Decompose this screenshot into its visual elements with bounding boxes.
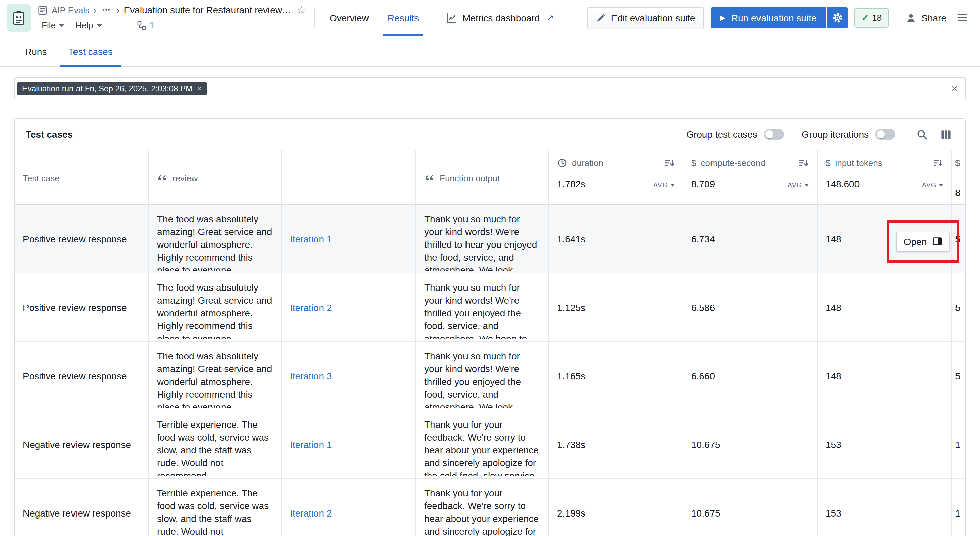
- remove-filter-icon[interactable]: ×: [197, 84, 202, 93]
- share-button[interactable]: Share: [905, 13, 947, 23]
- red-highlight-annotation: Open: [887, 220, 959, 263]
- tab-test-cases[interactable]: Test cases: [60, 36, 121, 67]
- input-tokens-cell: 148: [818, 342, 952, 410]
- iteration-cell: Iteration 2: [282, 479, 416, 536]
- branch-indicator[interactable]: 1: [137, 20, 154, 30]
- run-settings-button[interactable]: [827, 7, 848, 28]
- open-panel-icon: [932, 236, 942, 247]
- column-label: compute-second: [701, 158, 765, 168]
- open-row-button[interactable]: Open: [896, 231, 950, 252]
- branch-count: 1: [150, 20, 154, 30]
- column-label: input tokens: [835, 158, 882, 168]
- input-tokens-aggregate: 148.600: [826, 179, 859, 190]
- filter-bar[interactable]: Evaluation run at Fri, Sep 26, 2025, 2:0…: [14, 77, 966, 99]
- partial-cell: 1: [952, 410, 965, 478]
- iteration-link[interactable]: Iteration 2: [290, 302, 332, 313]
- iteration-cell: Iteration 1: [282, 205, 416, 273]
- quote-icon: [424, 173, 434, 183]
- duration-cell: 1.641s: [549, 205, 683, 273]
- function-output-cell: Thank you for your feedback. We're sorry…: [416, 410, 549, 478]
- divider: [434, 8, 434, 28]
- columns-button[interactable]: [937, 126, 955, 143]
- review-cell: Terrible experience. The food was cold, …: [149, 410, 282, 478]
- help-menu[interactable]: Help: [71, 19, 106, 32]
- input-tokens-cell: 148: [818, 273, 952, 341]
- branch-icon: [137, 21, 146, 30]
- iteration-link[interactable]: Iteration 1: [290, 233, 332, 244]
- dollar-icon: $: [826, 158, 830, 168]
- evaluation-run-filter-tag[interactable]: Evaluation run at Fri, Sep 26, 2025, 2:0…: [18, 81, 207, 95]
- iteration-cell: Iteration 3: [282, 342, 416, 410]
- table-row[interactable]: Negative review response Terrible experi…: [15, 479, 965, 536]
- breadcrumb-separator: ›: [117, 5, 120, 15]
- iteration-link[interactable]: Iteration 1: [290, 439, 332, 450]
- column-header-partial: $ 8: [952, 150, 965, 204]
- run-button-group: ▶ Run evaluation suite: [711, 7, 848, 28]
- duration-cell: 1.165s: [549, 342, 683, 410]
- column-label: Function output: [440, 173, 500, 183]
- edit-evaluation-suite-button[interactable]: Edit evaluation suite: [588, 7, 704, 28]
- favorite-star-icon[interactable]: ☆: [297, 4, 306, 16]
- review-cell: The food was absolutely amazing! Great s…: [149, 342, 282, 410]
- table-row[interactable]: Positive review response The food was ab…: [15, 273, 965, 342]
- compute-second-cell: 6.734: [683, 205, 818, 273]
- app-logo[interactable]: [7, 4, 31, 32]
- input-tokens-cell: 153: [818, 479, 952, 536]
- column-header-test-case[interactable]: Test case: [15, 150, 149, 204]
- passing-tests-badge[interactable]: ✓ 18: [855, 8, 889, 27]
- aggregate-mode-dropdown[interactable]: AVG: [922, 181, 943, 189]
- column-header-input-tokens[interactable]: $ input tokens 148.600 AVG: [818, 150, 952, 204]
- table-row[interactable]: Positive review response The food was ab…: [15, 342, 965, 410]
- search-button[interactable]: [913, 126, 930, 143]
- column-header-duration[interactable]: duration 1.782s AVG: [549, 150, 683, 204]
- duration-cell: 2.199s: [549, 479, 683, 536]
- dollar-icon: $: [955, 158, 965, 168]
- panel-menu-button[interactable]: [953, 9, 970, 27]
- iteration-link[interactable]: Iteration 2: [290, 507, 332, 518]
- function-output-cell: Thank you so much for your kind words! W…: [416, 342, 549, 410]
- duration-aggregate: 1.782s: [557, 179, 585, 190]
- play-icon: ▶: [720, 14, 725, 21]
- column-header-iteration: [282, 150, 416, 204]
- aggregate-mode-dropdown[interactable]: AVG: [788, 181, 809, 189]
- clear-filters-icon[interactable]: ×: [951, 83, 958, 94]
- group-test-cases-toggle[interactable]: [764, 129, 784, 140]
- table-row[interactable]: Positive review response The food was ab…: [15, 205, 965, 273]
- group-iterations-toggle[interactable]: [875, 129, 896, 140]
- table-row[interactable]: Negative review response Terrible experi…: [15, 410, 965, 479]
- partial-cell: 1: [952, 479, 965, 536]
- duration-cell: 1.738s: [549, 410, 683, 478]
- compute-second-cell: 10.675: [683, 410, 818, 478]
- edit-evaluation-suite-label: Edit evaluation suite: [611, 13, 695, 23]
- test-case-cell: Positive review response: [15, 342, 149, 410]
- breadcrumb-collapsed-button[interactable]: •••: [100, 6, 113, 14]
- column-header-compute-second[interactable]: $ compute-second 8.709 AVG: [683, 150, 818, 204]
- chevron-down-icon: [96, 24, 102, 27]
- metrics-dashboard-link[interactable]: Metrics dashboard ↗: [441, 0, 559, 36]
- tab-runs[interactable]: Runs: [17, 36, 55, 67]
- review-cell: The food was absolutely amazing! Great s…: [149, 205, 282, 273]
- column-header-function-output[interactable]: Function output: [416, 150, 549, 204]
- file-menu-label: File: [41, 20, 56, 30]
- column-header-review[interactable]: review: [149, 150, 282, 204]
- sort-icon[interactable]: [933, 158, 943, 168]
- function-output-cell: Thank you so much for your kind words! W…: [416, 205, 549, 273]
- breadcrumb-root[interactable]: AIP Evals: [52, 5, 89, 15]
- tab-results[interactable]: Results: [380, 0, 427, 36]
- test-cases-panel: Test cases Group test cases Group iterat…: [14, 118, 966, 536]
- tab-test-cases-label: Test cases: [68, 46, 113, 57]
- sort-icon[interactable]: [799, 158, 809, 168]
- run-evaluation-suite-button[interactable]: ▶ Run evaluation suite: [711, 7, 826, 28]
- aggregate-mode-dropdown[interactable]: AVG: [654, 181, 675, 189]
- iteration-link[interactable]: Iteration 3: [290, 370, 332, 381]
- top-bar: AIP Evals › ••• › Evaluation suite for R…: [0, 0, 980, 36]
- clock-icon: [557, 158, 567, 168]
- quote-icon: [157, 173, 167, 183]
- breadcrumb-separator: ›: [93, 5, 96, 15]
- metrics-dashboard-label: Metrics dashboard: [463, 13, 540, 23]
- sort-icon[interactable]: [665, 158, 675, 168]
- tab-overview[interactable]: Overview: [321, 0, 377, 36]
- dollar-icon: $: [691, 158, 696, 168]
- file-menu[interactable]: File: [38, 19, 68, 32]
- compute-second-cell: 6.660: [683, 342, 818, 410]
